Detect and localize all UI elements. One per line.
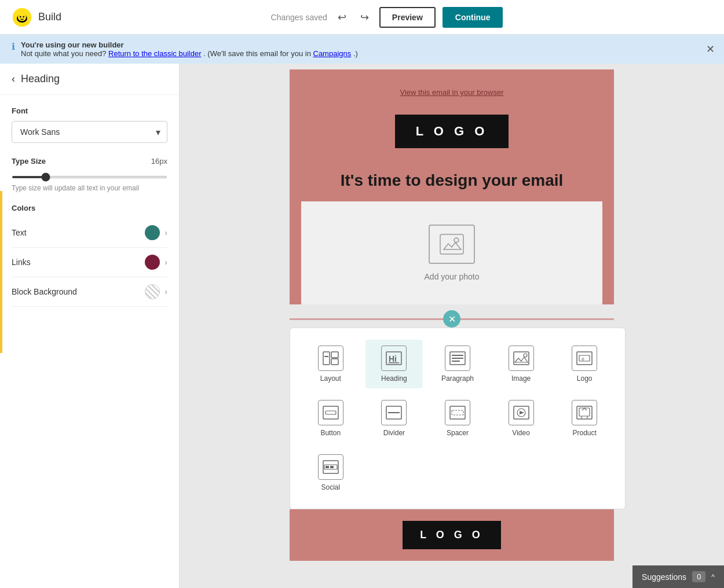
classic-builder-link[interactable]: Return to the classic builder [108,49,201,58]
text-color-label: Text [12,228,27,237]
panel-title: Heading [21,73,60,85]
colors-label: Colors [12,204,167,212]
block-item-paragraph[interactable]: Paragraph [429,340,487,388]
logo-box-bottom[interactable]: L O G O [403,521,501,549]
block-item-heading[interactable]: Hi Heading [365,340,423,388]
svg-rect-13 [389,362,399,363]
heading-icon: Hi [381,346,407,371]
view-in-browser: View this email in your browser [290,81,614,103]
spacer-icon [445,400,470,425]
text-color-right: › [145,225,167,240]
svg-text:☆: ☆ [581,357,585,361]
block-item-layout[interactable]: Layout [302,340,360,388]
font-select-wrap: Work Sans Arial Georgia Helvetica Times … [12,121,167,143]
logo-icon-block: ☆ [572,346,597,371]
mailchimp-logo-icon [12,7,32,28]
panel-header: ‹ Heading [0,64,179,95]
preview-button[interactable]: Preview [379,7,436,28]
block-item-image[interactable]: Image [492,340,550,388]
photo-block[interactable]: Add your photo [301,201,602,304]
logo-label: Logo [577,374,593,383]
video-label: Video [512,429,529,437]
svg-rect-7 [323,352,330,365]
view-in-browser-link[interactable]: View this email in your browser [400,88,504,97]
button-icon [318,400,343,425]
email-canvas: View this email in your browser L O G O … [290,69,614,561]
color-row-text[interactable]: Text › [12,218,167,248]
svg-rect-17 [452,361,460,362]
text-color-chevron-icon: › [164,228,167,237]
slider-wrap [12,170,167,181]
undo-button[interactable]: ↩ [334,9,350,26]
links-color-label: Links [12,258,31,267]
button-label: Button [320,429,341,437]
block-item-button[interactable]: Button [302,394,360,443]
color-row-links[interactable]: Links › [12,248,167,277]
photo-placeholder-icon [429,225,475,264]
layout-icon [318,346,343,371]
info-icon: ℹ [12,41,15,52]
add-photo-label: Add your photo [425,272,480,281]
logo-block-top: L O G O [290,103,614,160]
type-size-hint: Type size will update all text in your e… [12,184,167,192]
svg-point-2 [18,13,26,21]
email-bottom-section: L O G O [290,509,614,561]
panel-back-button[interactable]: ‹ [12,73,15,85]
social-label: Social [321,483,340,491]
suggestions-bar[interactable]: Suggestions 0 ^ [632,565,724,588]
continue-button[interactable]: Continue [443,7,503,28]
svg-rect-27 [450,406,465,419]
video-icon [509,400,534,425]
block-item-logo[interactable]: ☆ Logo [555,340,613,388]
product-icon [572,400,597,425]
heading-label: Heading [381,374,407,383]
color-row-block-bg[interactable]: Block Background › [12,277,167,307]
colors-section: Colors Text › Links › Block [12,204,167,307]
svg-rect-28 [452,410,463,415]
font-select[interactable]: Work Sans Arial Georgia Helvetica Times … [12,121,167,143]
block-item-social[interactable]: Social [302,449,360,497]
panel-body: Font Work Sans Arial Georgia Helvetica T… [0,95,179,318]
insert-block-button[interactable]: ✕ [443,310,460,328]
left-panel: ‹ Heading Font Work Sans Arial Georgia H… [0,64,180,588]
redo-button[interactable]: ↪ [357,9,372,26]
email-heading[interactable]: It's time to design your email [301,171,602,190]
svg-rect-10 [324,356,328,357]
logo-area: Build [12,7,61,28]
divider-label: Divider [383,429,405,437]
block-item-divider[interactable]: Divider [365,394,423,443]
svg-rect-5 [440,234,463,254]
divider-icon [381,400,407,425]
text-color-swatch [145,225,160,240]
campaigns-link[interactable]: Campaigns [313,49,352,58]
image-icon [509,346,534,371]
svg-rect-15 [452,355,463,356]
block-item-video[interactable]: Video [492,394,550,443]
svg-point-3 [20,16,21,17]
image-label: Image [511,374,531,383]
block-item-product[interactable]: Product [555,394,613,443]
svg-rect-16 [452,358,463,359]
svg-rect-9 [331,359,338,365]
svg-point-4 [23,16,24,17]
banner-suffix1: . (We'll save this email for you in [203,49,311,58]
type-size-row: Type Size 16px [12,157,167,166]
banner-close-button[interactable]: ✕ [706,43,715,56]
logo-box-top[interactable]: L O G O [395,115,509,148]
spacer-label: Spacer [447,429,469,437]
changes-saved-label: Changes saved [271,13,327,22]
block-bg-color-right: › [145,284,167,299]
email-top-section: View this email in your browser L O G O … [290,69,614,304]
links-color-swatch [145,255,160,270]
block-item-spacer[interactable]: Spacer [429,394,487,443]
suggestions-label: Suggestions [642,572,686,582]
main-layout: ‹ Heading Font Work Sans Arial Georgia H… [0,64,724,588]
paragraph-label: Paragraph [441,374,474,383]
heading-block: It's time to design your email [290,160,614,196]
banner-text: You're using our new builder Not quite w… [21,41,358,58]
svg-rect-33 [579,408,590,416]
type-size-slider[interactable] [12,176,167,178]
suggestions-chevron-icon: ^ [711,573,715,581]
svg-point-19 [524,354,527,357]
app-title: Build [38,11,61,23]
